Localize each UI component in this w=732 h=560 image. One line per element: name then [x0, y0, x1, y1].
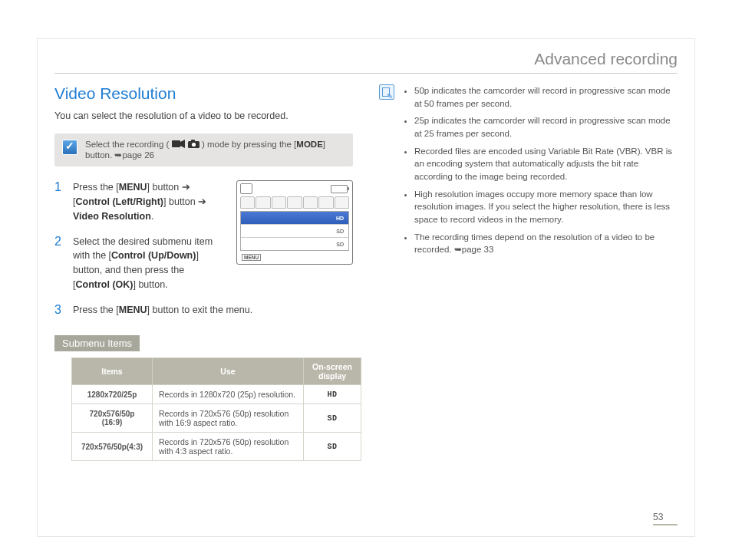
s3menu: MENU — [119, 305, 147, 315]
note-item: 25p indicates the camcorder will record … — [414, 114, 678, 140]
step-2: 2 Select the desired submenu item with t… — [54, 235, 223, 292]
svg-rect-0 — [172, 140, 180, 147]
svg-point-4 — [192, 143, 196, 147]
row-item: 1280x720/25p — [72, 385, 153, 404]
row-use: Records in 720x576 (50p) resolution with… — [153, 404, 304, 433]
note-item: Recorded files are encoded using Variabl… — [414, 145, 678, 183]
chapter-title: Advanced recording — [54, 50, 678, 74]
lcd-stby-icon — [240, 183, 252, 194]
table-row: 1280x720/25p Records in 1280x720 (25p) r… — [72, 385, 361, 404]
lcd-row: SD — [241, 225, 348, 238]
table-row: 720x576/50p(4:3) Records in 720x576 (50p… — [72, 433, 361, 461]
lcd-tab — [240, 196, 255, 209]
lcd-tab-strip — [237, 196, 352, 209]
modebox-pageref: ➥page 26 — [114, 150, 154, 160]
modebox-prefix: Select the recording ( — [85, 140, 172, 149]
note-item: The recording times depend on the resolu… — [414, 231, 678, 256]
s2ctrl: Control (Up/Down) — [111, 250, 196, 261]
lcd-menu-label: MENU — [242, 254, 261, 261]
s1vr: Video Resolution — [73, 211, 151, 222]
row-item: 720x576/50p(4:3) — [72, 433, 153, 461]
row-use: Records in 720x576 (50p) resolution with… — [153, 433, 304, 461]
s3a: Press the [ — [73, 305, 119, 315]
lcd-submenu-list: HD SD SD — [240, 211, 349, 251]
battery-icon — [331, 185, 348, 193]
section-title: Video Resolution — [54, 84, 353, 103]
note-icon — [379, 84, 394, 100]
note-item: 50p indicates the camcorder will record … — [414, 84, 678, 110]
svg-rect-3 — [191, 140, 195, 142]
th-items: Items — [72, 358, 153, 385]
section-intro: You can select the resolution of a video… — [54, 110, 353, 121]
s2ok: Control (OK) — [75, 279, 133, 290]
step-number-2: 2 — [54, 235, 64, 292]
step-number-1: 1 — [54, 180, 64, 223]
step-1: 1 Press the [MENU] button ➔ [Control (Le… — [54, 180, 223, 223]
row-use: Records in 1280x720 (25p) resolution. — [153, 385, 304, 404]
mode-select-box: Select the recording ( ) mode by pressin… — [54, 133, 353, 166]
check-icon — [62, 140, 77, 155]
lcd-tab — [272, 196, 286, 209]
submenu-table: Items Use On-screen display 1280x720/25p… — [71, 357, 361, 461]
step-number-3: 3 — [54, 303, 64, 318]
s1c: ] button ➔ — [163, 196, 206, 207]
lcd-tab — [303, 196, 318, 209]
row-osd: HD — [304, 385, 361, 404]
row-item: 720x576/50p (16:9) — [72, 404, 153, 433]
table-row: 720x576/50p (16:9) Records in 720x576 (5… — [72, 404, 361, 433]
page-number: 53 — [653, 512, 678, 525]
lcd-tab — [318, 196, 333, 209]
lcd-tab — [256, 196, 270, 209]
s2c: ] button. — [133, 279, 167, 290]
page-frame: Advanced recording Video Resolution You … — [37, 38, 695, 537]
camcorder-icon — [172, 140, 186, 150]
th-osd: On-screen display — [304, 358, 361, 385]
left-column: Video Resolution You can select the reso… — [54, 84, 353, 461]
lcd-preview: HD SD SD MENU — [236, 180, 353, 265]
mode-select-text: Select the recording ( ) mode by pressin… — [85, 140, 345, 160]
s3b: ] button to exit the menu. — [147, 305, 253, 315]
note-item: High resolution images occupy more memor… — [414, 188, 678, 226]
svg-marker-1 — [180, 140, 185, 148]
s1d: . — [151, 211, 153, 222]
lcd-row: SD — [241, 238, 348, 250]
th-use: Use — [153, 358, 304, 385]
step-3: 3 Press the [MENU] button to exit the me… — [54, 303, 353, 318]
lcd-row-selected: HD — [241, 212, 348, 225]
s1ctrl: Control (Left/Right) — [75, 196, 163, 207]
mode-label: MODE — [296, 140, 323, 149]
right-column: 50p indicates the camcorder will record … — [379, 84, 678, 461]
row-osd: SD — [304, 433, 361, 461]
s1menu: MENU — [119, 182, 147, 193]
modebox-suffix: ) mode by pressing the [ — [202, 140, 296, 149]
camera-icon — [188, 140, 199, 150]
s1a: Press the [ — [73, 182, 119, 193]
row-osd: SD — [304, 404, 361, 433]
lcd-tab — [335, 196, 349, 209]
submenu-heading: Submenu Items — [54, 335, 140, 351]
notes-list: 50p indicates the camcorder will record … — [402, 84, 678, 261]
lcd-tab — [287, 196, 302, 209]
